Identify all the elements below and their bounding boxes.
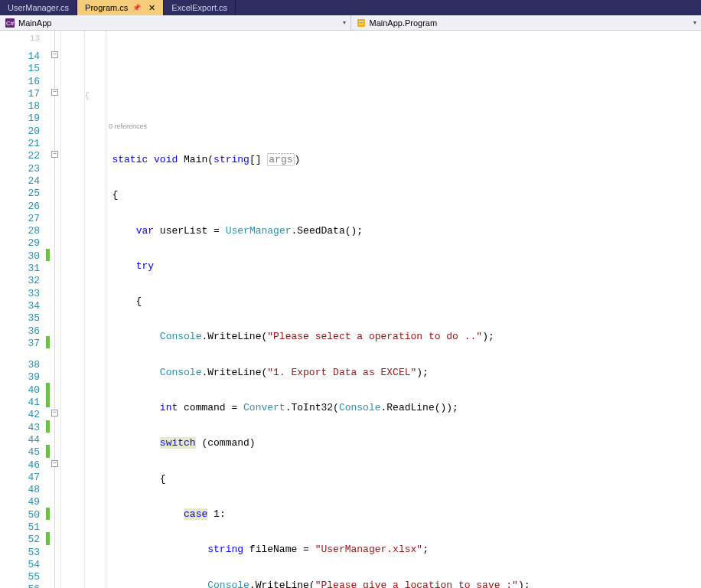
line-number: 27 — [0, 213, 40, 225]
line-number: 28 — [0, 225, 40, 237]
line-number: 53 — [0, 547, 40, 559]
codelens-references[interactable]: 0 references — [61, 122, 701, 131]
code-line: { — [61, 296, 701, 308]
change-mark — [46, 420, 50, 433]
line-number: 19 — [0, 113, 40, 125]
chevron-down-icon: ▾ — [343, 19, 346, 26]
line-number: 50 — [0, 509, 40, 521]
line-number: 51 — [0, 521, 40, 534]
line-number: 34 — [0, 300, 40, 312]
svg-text:C#: C# — [6, 20, 15, 27]
line-number: 55 — [0, 571, 40, 583]
change-mark — [46, 445, 50, 457]
change-mark — [46, 508, 50, 520]
outlining-margin: − − − − − — [51, 31, 61, 588]
code-line: Console.WriteLine("1. Export Data as EXC… — [61, 367, 701, 379]
line-number: 54 — [0, 559, 40, 571]
code-line: switch (command) — [61, 437, 701, 449]
nav-scope-dropdown[interactable]: C# MainApp ▾ — [0, 15, 350, 30]
nav-member-dropdown[interactable]: MainApp.Program ▾ — [350, 15, 702, 30]
tab-usermanager[interactable]: UserManager.cs — [0, 0, 77, 15]
line-number: 45 — [0, 446, 40, 459]
line-number: 29 — [0, 237, 40, 250]
line-number: 47 — [0, 472, 40, 484]
line-number: 40 — [0, 384, 40, 397]
line-number: 31 — [0, 263, 40, 275]
method-icon — [356, 18, 367, 28]
line-number: 26 — [0, 201, 40, 213]
code-line: { — [61, 473, 701, 485]
tab-excelexport[interactable]: ExcelExport.cs — [164, 0, 236, 15]
line-number: 46 — [0, 459, 40, 472]
line-number: 17 — [0, 88, 40, 100]
code-line: { — [61, 189, 701, 201]
tab-label: ExcelExport.cs — [171, 3, 227, 12]
line-number: 56 — [0, 583, 40, 588]
change-mark — [46, 336, 50, 348]
line-number: 21 — [0, 138, 40, 150]
change-mark — [46, 532, 50, 544]
collapse-toggle[interactable]: − — [51, 151, 58, 158]
line-number: 20 — [0, 126, 40, 138]
line-number: 43 — [0, 422, 40, 434]
line-number: 13 — [0, 32, 40, 41]
svg-rect-2 — [357, 19, 365, 27]
code-line: try — [61, 260, 701, 273]
line-number: 52 — [0, 534, 40, 546]
line-number: 49 — [0, 496, 40, 508]
code-line: var userList = UserManager.SeedData(); — [61, 225, 701, 237]
code-line: case 1: — [61, 508, 701, 521]
code-line: static void Main(string[] args) — [61, 154, 701, 166]
line-number: 41 — [0, 397, 40, 409]
code-line: int command = Convert.ToInt32(Console.Re… — [61, 402, 701, 414]
svg-rect-4 — [359, 24, 364, 24]
collapse-toggle[interactable]: − — [51, 460, 58, 467]
line-number-gutter: 13 14 15 16 17 18 19 20 21 22 23 24 25 2… — [0, 31, 46, 588]
line-number: 22 — [0, 150, 40, 162]
line-number: 14 — [0, 51, 40, 63]
tab-label: UserManager.cs — [8, 3, 69, 12]
line-number: 32 — [0, 275, 40, 287]
line-number: 36 — [0, 325, 40, 338]
svg-rect-3 — [359, 21, 364, 22]
nav-member-text: MainApp.Program — [370, 18, 438, 28]
close-icon[interactable]: ✕ — [148, 3, 155, 13]
line-number: 42 — [0, 409, 40, 421]
chevron-down-icon: ▾ — [693, 19, 696, 26]
csharp-project-icon: C# — [5, 18, 15, 28]
code-text-area[interactable]: { 0 references static void Main(string[]… — [61, 31, 701, 588]
line-number: 24 — [0, 175, 40, 188]
code-line: { — [61, 90, 701, 99]
collapse-toggle[interactable]: − — [51, 51, 58, 58]
code-editor[interactable]: 13 14 15 16 17 18 19 20 21 22 23 24 25 2… — [0, 31, 701, 588]
line-number: 15 — [0, 63, 40, 75]
navigation-bar: C# MainApp ▾ MainApp.Program ▾ — [0, 15, 701, 31]
line-number: 30 — [0, 250, 40, 263]
tab-label: Program.cs — [85, 3, 128, 12]
line-number: 35 — [0, 312, 40, 325]
collapse-toggle[interactable]: − — [51, 410, 58, 416]
tab-program[interactable]: Program.cs 📌 ✕ — [77, 0, 164, 15]
line-number: 39 — [0, 371, 40, 384]
nav-scope-text: MainApp — [18, 18, 51, 28]
change-mark — [46, 249, 50, 261]
line-number: 33 — [0, 288, 40, 300]
line-number: 23 — [0, 163, 40, 175]
document-tab-bar: UserManager.cs Program.cs 📌 ✕ ExcelExpor… — [0, 0, 701, 15]
code-line: Console.WriteLine("Please give a locatio… — [61, 580, 701, 588]
line-number: 48 — [0, 484, 40, 496]
code-line: string fileName = "UserManager.xlsx"; — [61, 544, 701, 556]
line-number: 18 — [0, 100, 40, 113]
line-number: 25 — [0, 188, 40, 200]
line-number: 16 — [0, 76, 40, 88]
collapse-toggle[interactable]: − — [51, 89, 58, 96]
code-line: Console.WriteLine("Please select a opera… — [61, 331, 701, 343]
change-mark — [46, 383, 50, 408]
line-number: 38 — [0, 359, 40, 371]
line-number: 44 — [0, 434, 40, 446]
line-number: 37 — [0, 338, 40, 350]
pin-icon[interactable]: 📌 — [132, 4, 141, 11]
